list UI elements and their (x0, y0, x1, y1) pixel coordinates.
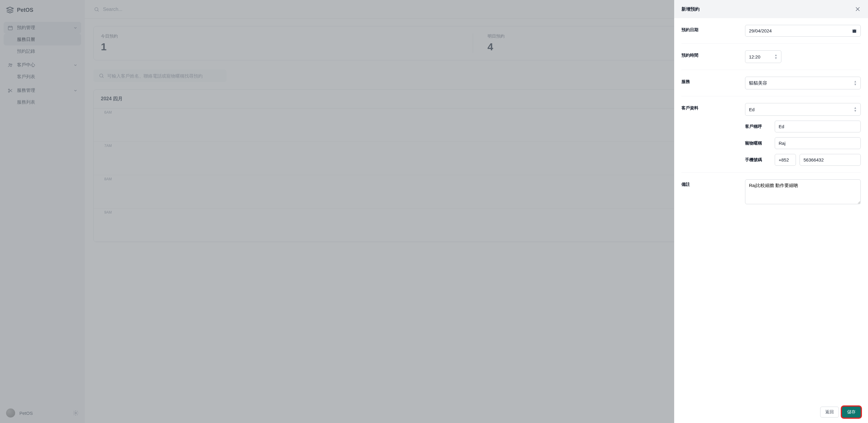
field-remark: 備註 (681, 173, 861, 211)
new-booking-panel: 新增預約 預約日期 29/04/2024 (674, 0, 868, 423)
calendar-icon (852, 29, 857, 33)
date-value: 29/04/2024 (749, 28, 772, 33)
field-service: 服務 貓貓美容 ▲▼ (681, 70, 861, 96)
phone-number-input[interactable] (800, 154, 861, 166)
panel-footer: 返回 儲存 (674, 401, 868, 423)
sub-label: 手機號碼 (745, 157, 771, 163)
service-value: 貓貓美容 (749, 80, 767, 86)
field-time: 預約時間 12:20 ▲▼ (681, 43, 861, 70)
svg-rect-8 (852, 29, 856, 33)
stepper-arrows-icon: ▲▼ (774, 54, 777, 60)
subfield-phone: 手機號碼 (745, 154, 861, 166)
customer-value: Ed (749, 107, 754, 112)
sub-label: 寵物暱稱 (745, 141, 771, 146)
field-date: 預約日期 29/04/2024 (681, 18, 861, 43)
subfield-pet-name: 寵物暱稱 (745, 137, 861, 149)
panel-header: 新增預約 (674, 0, 868, 18)
remark-textarea[interactable] (745, 179, 861, 204)
field-label: 客戶資料 (681, 103, 745, 111)
customer-name-input[interactable] (775, 121, 861, 132)
select-arrows-icon: ▲▼ (854, 80, 857, 86)
field-label: 預約時間 (681, 50, 745, 58)
field-customer: 客戶資料 Ed ▲▼ 客戶稱呼 寵物暱稱 手機號碼 (681, 96, 861, 173)
save-button[interactable]: 儲存 (842, 406, 861, 418)
customer-select[interactable]: Ed ▲▼ (745, 103, 861, 116)
phone-cc-input[interactable] (775, 154, 796, 166)
modal-overlay[interactable]: 新增預約 預約日期 29/04/2024 (0, 0, 868, 423)
pet-name-input[interactable] (775, 137, 861, 149)
select-arrows-icon: ▲▼ (854, 107, 857, 113)
time-value: 12:20 (749, 54, 761, 59)
back-button[interactable]: 返回 (820, 406, 839, 418)
svg-rect-9 (854, 29, 854, 30)
field-label: 備註 (681, 179, 745, 187)
field-label: 預約日期 (681, 25, 745, 33)
svg-rect-10 (855, 29, 855, 30)
panel-title: 新增預約 (681, 6, 700, 12)
service-select[interactable]: 貓貓美容 ▲▼ (745, 77, 861, 89)
field-label: 服務 (681, 77, 745, 85)
close-icon[interactable] (855, 6, 861, 12)
sub-label: 客戶稱呼 (745, 124, 771, 129)
panel-body: 預約日期 29/04/2024 預約時間 12:20 ▲▼ (674, 18, 868, 401)
subfield-customer-name: 客戶稱呼 (745, 121, 861, 132)
time-input[interactable]: 12:20 ▲▼ (745, 50, 781, 63)
date-input[interactable]: 29/04/2024 (745, 25, 861, 37)
